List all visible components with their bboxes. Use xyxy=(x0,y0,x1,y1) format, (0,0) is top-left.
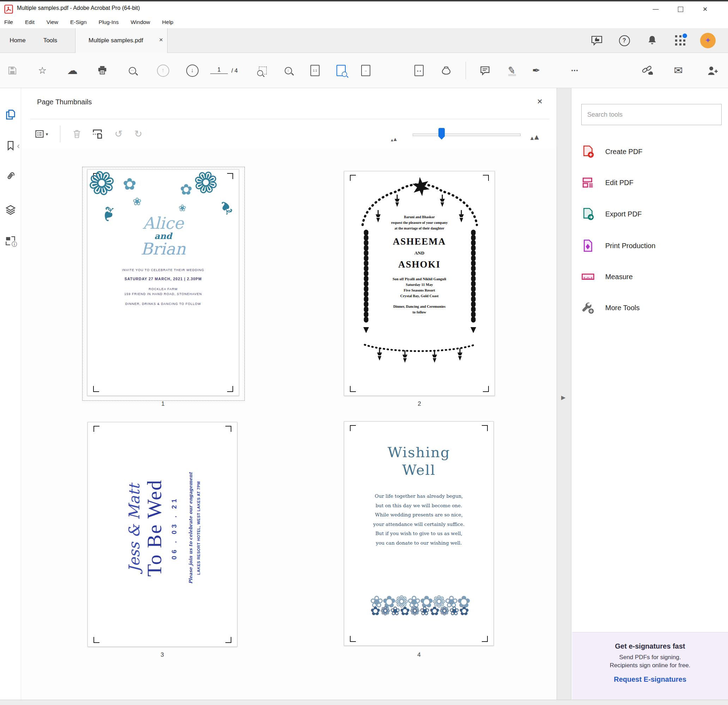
window-bottom-edge xyxy=(0,700,728,705)
menu-file[interactable]: File xyxy=(4,19,13,25)
marquee-zoom-icon xyxy=(259,66,267,74)
page-preview-icon xyxy=(337,65,346,76)
delete-pages-button[interactable] xyxy=(70,127,84,141)
actual-size-button[interactable]: 1:1 xyxy=(308,63,322,78)
host-names: Baruni and Bhaskor xyxy=(404,214,435,220)
tab-close-icon[interactable]: × xyxy=(159,36,163,44)
save-button[interactable] xyxy=(5,63,19,78)
avatar-icon: ✦ xyxy=(700,33,716,48)
add-user-icon xyxy=(707,65,718,76)
tool-export-pdf[interactable]: Export PDF xyxy=(581,204,722,224)
tools-panel: Create PDF Edit PDF Export PDF Print Pro… xyxy=(571,88,728,632)
upload-to-cloud-button[interactable]: ☁ ↑ xyxy=(65,63,79,78)
tab-tools[interactable]: Tools xyxy=(35,28,65,53)
previous-page-button[interactable]: ↑ xyxy=(156,63,170,78)
zoom-updown-icon: ↕ xyxy=(285,67,292,74)
add-to-favorites-button[interactable]: ☆ xyxy=(35,63,49,78)
help-button[interactable]: ? xyxy=(615,28,634,53)
thumbnail-page-4[interactable]: Wishing Well Our life together has alrea… xyxy=(344,421,494,646)
menu-window[interactable]: Window xyxy=(130,19,150,25)
page-image-icon: ▲▲ xyxy=(415,65,423,76)
highlight-button[interactable]: ✎ xyxy=(504,63,519,78)
panel-close-button[interactable]: ✕ xyxy=(537,97,543,106)
close-window-button[interactable]: ✕ xyxy=(697,3,713,15)
tab-home[interactable]: Home xyxy=(0,28,35,53)
tab-bar: Home Tools Multiple samples.pdf × ? ✦ xyxy=(0,28,728,53)
create-pdf-icon xyxy=(581,145,595,158)
search-tools-input[interactable] xyxy=(581,104,722,125)
thumbnail-page-2[interactable]: Baruni and Bhaskor request the pleasure … xyxy=(344,171,495,396)
comment-bubble-icon xyxy=(480,66,490,75)
slider-track[interactable] xyxy=(413,134,521,136)
add-comment-button[interactable] xyxy=(478,63,492,78)
tool-print-production[interactable]: Print Production xyxy=(581,236,722,255)
sanitize-document-button[interactable] xyxy=(439,63,453,78)
find-button[interactable]: ⋯ xyxy=(125,63,139,78)
tool-more-tools[interactable]: More Tools xyxy=(581,298,722,317)
bell-icon xyxy=(647,35,657,46)
window-title: Multiple samples.pdf - Adobe Acrobat Pro… xyxy=(17,5,140,11)
page-display-button[interactable] xyxy=(334,63,348,78)
thumbnail-page-1[interactable]: ❁ ✿ ❧ ❀ ❁ ✿ ❧ ❀ Alice and Brian INVITE Y… xyxy=(87,169,239,396)
arrow-up-icon: ↑ xyxy=(157,65,169,77)
actual-size-icon: 1:1 xyxy=(311,65,319,76)
date-line: SATURDAY 27 MARCH, 2021 | 2.30PM xyxy=(124,277,202,281)
insert-pages-button[interactable] xyxy=(90,127,104,141)
rotate-left-button[interactable]: ↺ xyxy=(111,127,126,141)
acrobat-window: { "window": { "title": "Multiple samples… xyxy=(0,0,728,705)
expand-pane-arrow[interactable]: ▶ xyxy=(561,394,565,401)
thumbnail-page-3[interactable]: Jess & Matt To Be Wed 06 . 03 . 21 Pleas… xyxy=(88,422,237,647)
layers-nav-button[interactable] xyxy=(4,204,17,216)
export-page-images-button[interactable]: ▲▲ xyxy=(412,63,426,78)
app-launcher-button[interactable] xyxy=(671,28,689,53)
bride-name: ASHEEMA xyxy=(393,236,446,247)
attachments-nav-button[interactable] xyxy=(4,170,17,182)
thumbnail-options-button[interactable]: ▾ xyxy=(31,127,52,141)
fit-width-button[interactable]: ↔ xyxy=(359,63,373,78)
page-total-label: / 4 xyxy=(231,68,238,74)
menu-esign[interactable]: E-Sign xyxy=(70,19,87,25)
zoom-level-button[interactable]: ↕ xyxy=(281,63,295,78)
conversion-info-nav-button[interactable]: ⓘ xyxy=(4,235,17,247)
more-tools-overflow-button[interactable]: ••• xyxy=(568,63,582,78)
groom-name: ASHOKI xyxy=(398,259,441,270)
wrench-icon xyxy=(581,301,595,314)
request-esignatures-link[interactable]: Request E-signatures xyxy=(572,675,728,683)
tab-document[interactable]: Multiple samples.pdf × xyxy=(75,28,168,53)
account-avatar[interactable]: ✦ xyxy=(699,28,717,53)
print-button[interactable] xyxy=(95,63,109,78)
address-line: 159 FRIEND IN HAND ROAD, STONEHAVEN xyxy=(124,292,202,296)
toolbar-divider xyxy=(465,62,466,79)
marquee-zoom-button[interactable] xyxy=(256,63,270,78)
insert-page-icon xyxy=(92,129,103,139)
floral-ornament: ❁ xyxy=(85,164,119,203)
feedback-button[interactable] xyxy=(588,28,606,53)
menu-edit[interactable]: Edit xyxy=(25,19,35,25)
tool-edit-pdf[interactable]: Edit PDF xyxy=(581,173,722,192)
menu-plugins[interactable]: Plug-Ins xyxy=(99,19,119,25)
page-number-input[interactable] xyxy=(210,66,228,74)
sign-button[interactable]: ✒ xyxy=(529,63,543,78)
request-signatures-button[interactable] xyxy=(705,63,719,78)
share-link-button[interactable] xyxy=(640,63,654,78)
title-bar: Multiple samples.pdf - Adobe Acrobat Pro… xyxy=(0,1,728,16)
bookmarks-nav-button[interactable] xyxy=(4,140,17,151)
minimize-button[interactable]: — xyxy=(647,3,664,15)
email-button[interactable]: ✉ xyxy=(671,63,685,78)
collapse-panel-chevron[interactable]: ‹ xyxy=(17,141,20,151)
thumb-toolbar-divider xyxy=(60,125,60,143)
next-page-button[interactable]: ↓ xyxy=(185,63,199,78)
panel-title: Page Thumbnails xyxy=(37,98,92,106)
menu-help[interactable]: Help xyxy=(162,19,173,25)
menu-view[interactable]: View xyxy=(46,19,58,25)
tab-document-label: Multiple samples.pdf xyxy=(88,37,143,44)
tool-create-pdf[interactable]: Create PDF xyxy=(581,142,722,161)
tool-measure[interactable]: Measure xyxy=(581,267,722,287)
floral-border-front: ✿ ❁ ❀ ✿ ❁ ❀ ✿ ❁ ❀ ✿ xyxy=(344,605,494,617)
maximize-button[interactable] xyxy=(672,3,689,15)
promo-text: Send PDFs for signing. Recipients sign o… xyxy=(572,653,728,670)
notifications-button[interactable] xyxy=(643,28,662,53)
collapsed-document-pane: ▶ xyxy=(556,88,571,700)
page-thumbnails-nav-button[interactable] xyxy=(4,108,17,121)
rotate-right-button[interactable]: ↻ xyxy=(131,127,145,141)
